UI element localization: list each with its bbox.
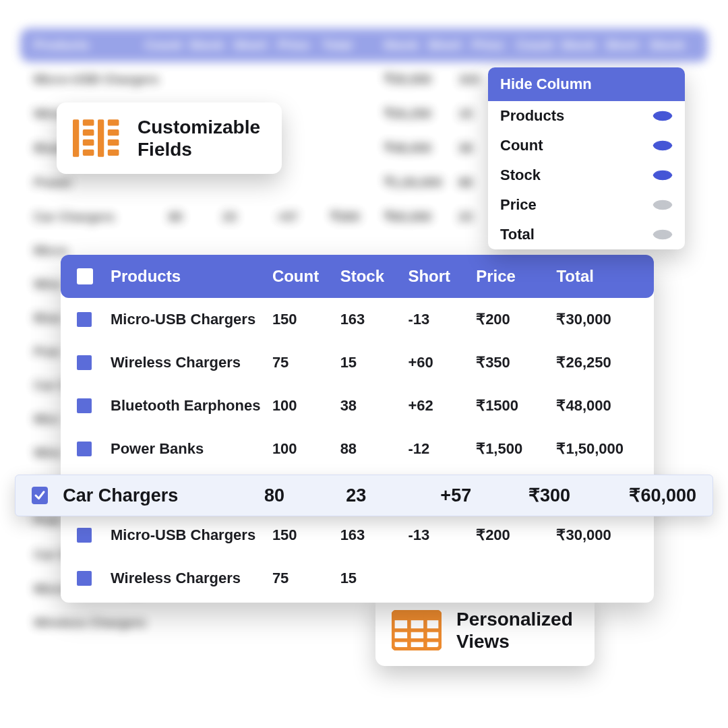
cell-products: Bluetooth Earphones <box>111 397 267 415</box>
cell-total: ₹48,000 <box>556 397 638 415</box>
cell-count: 80 <box>264 485 346 506</box>
cell-products: Wireless Chargers <box>111 570 267 587</box>
cell-price: ₹1500 <box>476 397 551 415</box>
cell-count: 150 <box>272 526 335 544</box>
cell-count: 150 <box>272 311 335 328</box>
callout-personalized-views: Personalized Views <box>375 595 595 666</box>
svg-rect-4 <box>83 140 94 146</box>
svg-point-12 <box>660 173 666 179</box>
eye-icon[interactable] <box>653 169 673 182</box>
cell-total: ₹30,000 <box>556 311 638 328</box>
svg-rect-8 <box>108 140 119 146</box>
col-header-total[interactable]: Total <box>556 267 638 286</box>
eye-icon[interactable] <box>653 109 673 123</box>
cell-price: ₹200 <box>476 311 551 328</box>
grid-fields-icon <box>73 118 123 158</box>
popover-item[interactable]: Count <box>488 131 685 160</box>
cell-stock: 38 <box>340 397 403 415</box>
col-header-stock[interactable]: Stock <box>340 267 403 286</box>
callout-label: Personalized Views <box>456 608 573 653</box>
table-header: Products Count Stock Short Price Total <box>61 255 654 298</box>
cell-stock: 163 <box>340 311 403 328</box>
svg-rect-2 <box>83 119 94 125</box>
cell-short: +60 <box>408 354 471 371</box>
svg-point-13 <box>660 202 666 208</box>
svg-rect-7 <box>108 129 119 135</box>
cell-price: ₹350 <box>476 354 551 371</box>
row-checkbox[interactable] <box>77 312 92 327</box>
cell-total: ₹60,000 <box>629 485 696 506</box>
cell-count: 100 <box>272 440 335 458</box>
cell-total: ₹30,000 <box>556 526 638 544</box>
cell-count: 100 <box>272 397 335 415</box>
cell-price: ₹200 <box>476 526 551 544</box>
callout-label: Customizable Fields <box>138 116 260 160</box>
popover-item-label: Products <box>500 107 564 125</box>
col-header-short[interactable]: Short <box>408 267 471 286</box>
popover-item[interactable]: Total <box>488 220 685 249</box>
row-checkbox[interactable] <box>77 355 92 370</box>
cell-products: Wireless Chargers <box>111 354 267 371</box>
col-header-products[interactable]: Products <box>111 267 267 286</box>
eye-icon[interactable] <box>653 228 673 241</box>
row-checkbox[interactable] <box>77 528 92 543</box>
svg-rect-9 <box>108 150 119 156</box>
popover-item-label: Count <box>500 137 543 154</box>
popover-item-label: Price <box>500 196 537 214</box>
col-header-count[interactable]: Count <box>272 267 335 286</box>
cell-price: ₹300 <box>528 485 629 506</box>
svg-point-10 <box>660 113 666 119</box>
svg-rect-5 <box>83 150 94 156</box>
cell-products: Micro-USB Chargers <box>111 311 267 328</box>
table-row[interactable]: Bluetooth Earphones10038+62₹1500₹48,000 <box>61 384 654 427</box>
cell-count: 75 <box>272 570 335 587</box>
cell-short: -13 <box>408 311 471 328</box>
row-checkbox[interactable] <box>77 442 92 456</box>
hide-column-popover: Hide Column ProductsCountStockPriceTotal <box>488 67 685 249</box>
popover-item[interactable]: Price <box>488 190 685 220</box>
table-row[interactable]: Power Banks10088-12₹1,500₹1,50,000 <box>61 427 654 471</box>
svg-rect-6 <box>108 119 119 125</box>
cell-stock: 23 <box>346 485 440 506</box>
svg-rect-0 <box>73 119 79 157</box>
cell-products: Car Chargers <box>63 485 264 506</box>
select-all-checkbox[interactable] <box>77 268 93 284</box>
products-table-card: Products Count Stock Short Price Total M… <box>61 255 654 603</box>
svg-point-14 <box>660 232 666 238</box>
table-row[interactable]: Micro-USB Chargers150163-13₹200₹30,000 <box>61 298 654 341</box>
callout-customizable-fields: Customizable Fields <box>57 102 282 174</box>
svg-rect-3 <box>83 129 94 135</box>
selected-row[interactable]: Car Chargers 80 23 +57 ₹300 ₹60,000 <box>15 475 713 516</box>
svg-rect-1 <box>98 119 104 157</box>
svg-rect-16 <box>393 611 440 620</box>
cell-short: -12 <box>408 440 471 458</box>
cell-short: +57 <box>440 485 528 506</box>
popover-item-label: Total <box>500 226 535 243</box>
table-views-icon <box>392 610 442 650</box>
cell-stock: 15 <box>340 570 403 587</box>
cell-short: +62 <box>408 397 471 415</box>
table-row[interactable]: Wireless Chargers7515 <box>61 557 654 600</box>
cell-short: -13 <box>408 526 471 544</box>
svg-point-11 <box>660 143 666 149</box>
popover-item[interactable]: Stock <box>488 160 685 190</box>
row-checkbox[interactable] <box>77 571 92 586</box>
cell-products: Micro-USB Chargers <box>111 526 267 544</box>
popover-item-label: Stock <box>500 166 541 184</box>
table-row[interactable]: Micro-USB Chargers150163-13₹200₹30,000 <box>61 514 654 557</box>
cell-stock: 15 <box>340 354 403 371</box>
table-row[interactable]: Wireless Chargers7515+60₹350₹26,250 <box>61 341 654 384</box>
cell-stock: 88 <box>340 440 403 458</box>
row-checkbox-checked[interactable] <box>32 487 48 504</box>
cell-count: 75 <box>272 354 335 371</box>
popover-title: Hide Column <box>488 67 685 101</box>
cell-total: ₹1,50,000 <box>556 440 638 458</box>
eye-icon[interactable] <box>653 139 673 152</box>
row-checkbox[interactable] <box>77 398 92 413</box>
popover-item[interactable]: Products <box>488 101 685 131</box>
cell-total: ₹26,250 <box>556 354 638 371</box>
col-header-price[interactable]: Price <box>476 267 551 286</box>
cell-stock: 163 <box>340 526 403 544</box>
cell-price: ₹1,500 <box>476 440 551 458</box>
eye-icon[interactable] <box>653 198 673 212</box>
